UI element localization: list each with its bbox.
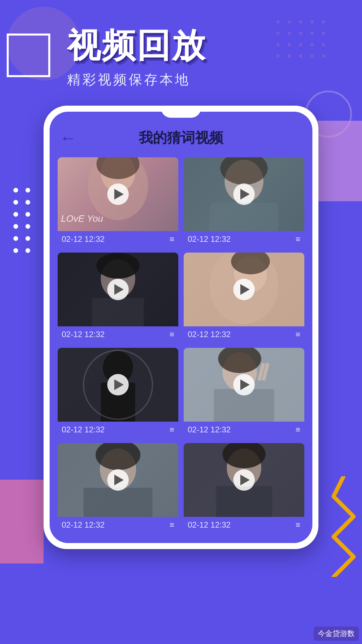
video-date-6: 02-12 12:32: [188, 425, 231, 434]
svg-rect-28: [83, 488, 153, 517]
video-item-7[interactable]: 02-12 12:32 ≡: [58, 443, 178, 533]
video-date-4: 02-12 12:32: [188, 330, 231, 339]
play-button-6[interactable]: [233, 374, 255, 395]
menu-icon-5[interactable]: ≡: [170, 425, 174, 434]
play-button-4[interactable]: [233, 279, 255, 300]
watermark: 今金贷游数: [314, 627, 359, 641]
video-thumb-3: [58, 253, 178, 326]
play-button-3[interactable]: [107, 279, 129, 300]
play-button-1[interactable]: [107, 183, 129, 205]
video-item-6[interactable]: 02-12 12:32 ≡: [184, 348, 304, 438]
video-item-8[interactable]: 02-12 12:32 ≡: [184, 443, 304, 533]
svg-rect-6: [209, 203, 279, 231]
subtitle: 精彩视频保存本地: [67, 70, 349, 89]
play-triangle-7: [114, 475, 124, 485]
video-item-2[interactable]: 02-12 12:32 ≡: [184, 157, 304, 247]
bg-rect-pink-bottom: [0, 480, 44, 564]
video-thumb-6: [184, 348, 304, 422]
play-button-2[interactable]: [233, 183, 255, 205]
bg-dots-left: [13, 188, 32, 254]
video-date-7: 02-12 12:32: [62, 520, 105, 530]
video-date-5: 02-12 12:32: [62, 425, 105, 434]
menu-icon-1[interactable]: ≡: [170, 234, 174, 244]
video-item-5[interactable]: 02-12 12:32 ≡: [58, 348, 178, 438]
video-date-8: 02-12 12:32: [188, 520, 231, 530]
play-triangle-6: [240, 379, 250, 390]
video-date-2: 02-12 12:32: [188, 234, 231, 244]
main-title: 视频回放: [67, 27, 349, 64]
video-item-4[interactable]: 02-12 12:32 ≡: [184, 253, 304, 342]
video-meta-7: 02-12 12:32 ≡: [58, 517, 178, 533]
video-grid: LOvE You 02-12 12:32 ≡: [50, 154, 312, 543]
video-thumb-7: [58, 443, 178, 517]
app-header: ← 我的猜词视频: [50, 112, 312, 154]
svg-point-9: [97, 253, 140, 279]
video-meta-1: 02-12 12:32 ≡: [58, 231, 178, 247]
app-screen-title: 我的猜词视频: [139, 128, 223, 147]
phone-wrapper: ← 我的猜词视频 LOvE: [44, 106, 318, 549]
video-meta-8: 02-12 12:32 ≡: [184, 517, 304, 533]
video-thumb-8: [184, 443, 304, 517]
video-meta-3: 02-12 12:32 ≡: [58, 326, 178, 342]
header-section: 视频回放 精彩视频保存本地: [0, 0, 362, 99]
menu-icon-6[interactable]: ≡: [296, 425, 300, 434]
svg-rect-10: [92, 298, 144, 326]
video-item-1[interactable]: LOvE You 02-12 12:32 ≡: [58, 157, 178, 247]
phone-screen: ← 我的猜词视频 LOvE: [50, 112, 312, 543]
play-button-5[interactable]: [107, 374, 129, 395]
play-triangle-8: [240, 475, 250, 485]
menu-icon-2[interactable]: ≡: [296, 234, 300, 244]
phone-frame: ← 我的猜词视频 LOvE: [44, 106, 318, 549]
play-triangle-3: [114, 284, 124, 295]
play-triangle-5: [114, 379, 124, 390]
back-button[interactable]: ←: [60, 128, 76, 148]
menu-icon-8[interactable]: ≡: [296, 520, 300, 530]
video-thumb-5: [58, 348, 178, 422]
video-thumb-2: [184, 157, 304, 231]
play-triangle-1: [114, 189, 124, 200]
video-meta-5: 02-12 12:32 ≡: [58, 422, 178, 438]
menu-icon-4[interactable]: ≡: [296, 330, 300, 339]
play-triangle-2: [240, 189, 250, 200]
video-thumb-1: LOvE You: [58, 157, 178, 231]
video-thumb-4: [184, 253, 304, 326]
menu-icon-3[interactable]: ≡: [170, 330, 174, 339]
video-meta-4: 02-12 12:32 ≡: [184, 326, 304, 342]
menu-icon-7[interactable]: ≡: [170, 520, 174, 530]
video-meta-2: 02-12 12:32 ≡: [184, 231, 304, 247]
video-meta-6: 02-12 12:32 ≡: [184, 422, 304, 438]
play-button-7[interactable]: [107, 469, 129, 491]
zigzag-decoration: [330, 476, 357, 577]
play-button-8[interactable]: [233, 469, 255, 491]
video-date-3: 02-12 12:32: [62, 330, 105, 339]
phone-notch: [161, 106, 201, 118]
video-date-1: 02-12 12:32: [62, 234, 105, 244]
video-item-3[interactable]: 02-12 12:32 ≡: [58, 253, 178, 342]
love-text-overlay: LOvE You: [61, 213, 103, 224]
play-triangle-4: [240, 284, 250, 295]
